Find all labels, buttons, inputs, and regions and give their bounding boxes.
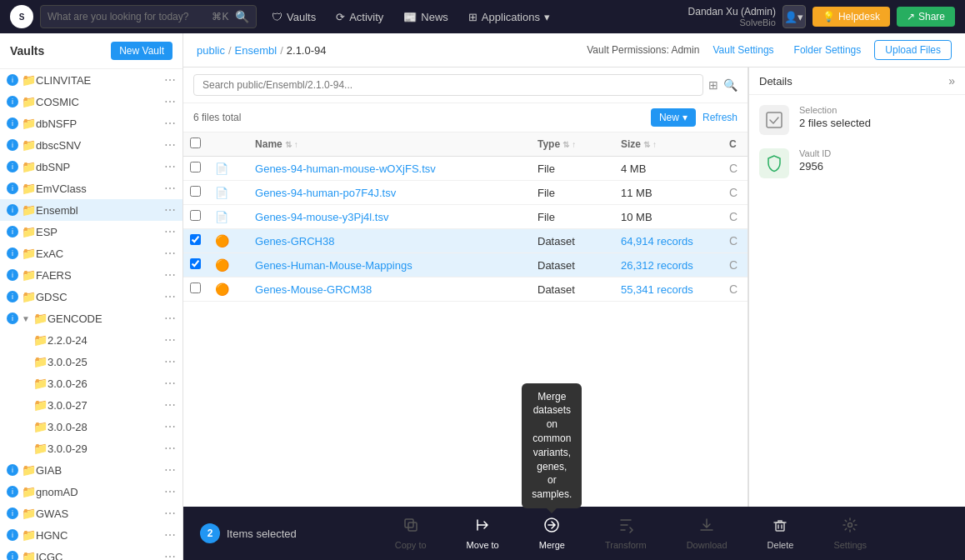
action-merge[interactable]: Merge Merge datasets on common variants,… [519, 512, 585, 555]
sort-size-icon[interactable]: ⇅ [643, 140, 650, 149]
nav-item-activity[interactable]: ⟳ Activity [328, 8, 392, 27]
more-icon[interactable]: ⋯ [164, 290, 176, 303]
sidebar-item-3.0.0-29[interactable]: 📁 3.0.0-29 ⋯ [0, 438, 182, 459]
sidebar-item-cosmic[interactable]: i 📁 COSMIC ⋯ [0, 91, 182, 112]
row-more-button[interactable]: C [729, 186, 738, 199]
share-button[interactable]: ↗ Share [897, 7, 955, 27]
file-name-link[interactable]: Genes-94-mouse-y3Pj4l.tsv [255, 211, 388, 223]
row-more-button[interactable]: C [729, 234, 738, 248]
sort-type-up-icon[interactable]: ↑ [572, 140, 576, 149]
row-checkbox[interactable] [190, 282, 201, 293]
row-checkbox[interactable] [190, 186, 201, 197]
sidebar-item-giab[interactable]: i 📁 GIAB ⋯ [0, 459, 182, 481]
breadcrumb-public[interactable]: public [197, 44, 225, 57]
file-name-link[interactable]: Genes-GRCH38 [255, 235, 334, 248]
more-icon[interactable]: ⋯ [164, 463, 176, 477]
more-icon[interactable]: ⋯ [164, 268, 176, 282]
folder-settings-button[interactable]: Folder Settings [788, 41, 868, 59]
sort-size-up-icon[interactable]: ↑ [652, 140, 657, 149]
sidebar-item-3.0.0-26[interactable]: 📁 3.0.0-26 ⋯ [0, 372, 182, 394]
breadcrumb-ensembl[interactable]: Ensembl [235, 44, 278, 57]
refresh-button[interactable]: Refresh [702, 112, 738, 123]
sidebar-item-dbsnp[interactable]: i 📁 dbSNP ⋯ [0, 156, 182, 178]
more-icon[interactable]: ⋯ [164, 355, 176, 368]
row-checkbox[interactable] [190, 258, 201, 269]
more-icon[interactable]: ⋯ [164, 160, 176, 173]
sort-name-up-icon[interactable]: ↑ [294, 140, 298, 149]
more-icon[interactable]: ⋯ [164, 73, 176, 87]
helpdesk-button[interactable]: 💡 Helpdesk [812, 7, 890, 27]
more-icon[interactable]: ⋯ [164, 442, 176, 455]
more-icon[interactable]: ⋯ [164, 377, 176, 390]
more-icon[interactable]: ⋯ [164, 420, 176, 433]
app-logo[interactable]: S [10, 5, 33, 28]
sidebar-item-ensembl[interactable]: i 📁 Ensembl ⋯ [0, 199, 182, 221]
more-icon[interactable]: ⋯ [164, 138, 176, 152]
sidebar-item-dbscsnv[interactable]: i 📁 dbscSNV ⋯ [0, 134, 182, 156]
sidebar-item-icgc[interactable]: i 📁 ICGC ⋯ [0, 546, 182, 560]
sort-type-icon[interactable]: ⇅ [562, 140, 569, 149]
sidebar-item-3.0.0-28[interactable]: 📁 3.0.0-28 ⋯ [0, 416, 182, 438]
sidebar-item-gwas[interactable]: i 📁 GWAS ⋯ [0, 502, 182, 524]
file-name-link[interactable]: Genes-94-human-mouse-wOXjFS.tsv [255, 162, 436, 175]
more-icon[interactable]: ⋯ [164, 182, 176, 195]
action-copy-to[interactable]: Copy to [375, 512, 447, 555]
sidebar-item-clinvitae[interactable]: i 📁 CLINVITAE ⋯ [0, 69, 182, 91]
more-icon[interactable]: ⋯ [164, 312, 176, 325]
sidebar-item-3.0.0-27[interactable]: 📁 3.0.0-27 ⋯ [0, 394, 182, 416]
row-more-button[interactable]: C [729, 162, 738, 175]
row-checkbox[interactable] [190, 234, 201, 245]
action-transform[interactable]: Transform [585, 512, 667, 555]
sidebar-item-hgnc[interactable]: i 📁 HGNC ⋯ [0, 524, 182, 546]
file-name-link[interactable]: Genes-94-human-po7F4J.tsv [255, 187, 396, 199]
size-value[interactable]: 26,312 records [621, 259, 693, 272]
more-icon[interactable]: ⋯ [164, 247, 176, 260]
more-icon[interactable]: ⋯ [164, 95, 176, 108]
more-icon[interactable]: ⋯ [164, 117, 176, 130]
sort-name-icon[interactable]: ⇅ [285, 140, 292, 149]
avatar-button[interactable]: 👤▾ [782, 5, 806, 28]
search-submit-icon[interactable]: 🔍 [235, 10, 249, 23]
more-icon[interactable]: ⋯ [164, 485, 176, 498]
sidebar-item-exac[interactable]: i 📁 ExAC ⋯ [0, 242, 182, 264]
new-vault-button[interactable]: New Vault [111, 42, 172, 60]
sidebar-item-emvclass[interactable]: i 📁 EmVClass ⋯ [0, 178, 182, 199]
more-icon[interactable]: ⋯ [164, 507, 176, 520]
sidebar-item-faers[interactable]: i 📁 FAERS ⋯ [0, 264, 182, 286]
upload-files-button[interactable]: Upload Files [874, 40, 952, 60]
sidebar-item-gencode[interactable]: i ▼ 📁 GENCODE ⋯ [0, 308, 182, 329]
vault-settings-button[interactable]: Vault Settings [706, 41, 780, 59]
nav-item-applications[interactable]: ⊞ Applications ▾ [460, 8, 558, 27]
row-checkbox[interactable] [190, 210, 201, 221]
row-checkbox[interactable] [190, 162, 201, 172]
file-name-link[interactable]: Genes-Mouse-GRCM38 [255, 283, 372, 296]
file-name-link[interactable]: Genes-Human-Mouse-Mappings [255, 259, 412, 272]
more-icon[interactable]: ⋯ [164, 398, 176, 412]
search-icon[interactable]: 🔍 [723, 78, 738, 92]
details-collapse-button[interactable]: » [948, 74, 955, 88]
filter-icon[interactable]: ⊞ [708, 78, 718, 92]
row-more-button[interactable]: C [729, 258, 738, 272]
size-value[interactable]: 64,914 records [621, 235, 693, 248]
sidebar-item-esp[interactable]: i 📁 ESP ⋯ [0, 221, 182, 242]
sidebar-item-gdsc[interactable]: i 📁 GDSC ⋯ [0, 286, 182, 308]
size-value[interactable]: 55,341 records [621, 283, 693, 296]
more-icon[interactable]: ⋯ [164, 225, 176, 238]
nav-item-vaults[interactable]: 🛡 Vaults [263, 8, 324, 27]
sidebar-item-dbnsfp[interactable]: i 📁 dbNSFP ⋯ [0, 112, 182, 134]
select-all-checkbox[interactable] [190, 138, 201, 148]
action-move-to[interactable]: Move to [447, 512, 519, 555]
action-settings[interactable]: Settings [813, 512, 887, 555]
nav-item-news[interactable]: 📰 News [395, 8, 457, 27]
sidebar-item-2.2.0-24[interactable]: 📁 2.2.0-24 ⋯ [0, 329, 182, 351]
row-more-button[interactable]: C [729, 282, 738, 296]
file-search-input[interactable] [193, 74, 703, 96]
more-icon[interactable]: ⋯ [164, 203, 176, 217]
more-icon[interactable]: ⋯ [164, 333, 176, 347]
search-input[interactable] [48, 11, 206, 22]
more-icon[interactable]: ⋯ [164, 528, 176, 542]
sidebar-item-3.0.0-25[interactable]: 📁 3.0.0-25 ⋯ [0, 351, 182, 372]
new-button[interactable]: New ▾ [651, 108, 696, 127]
action-delete[interactable]: Delete [748, 512, 814, 555]
more-icon[interactable]: ⋯ [164, 550, 176, 560]
